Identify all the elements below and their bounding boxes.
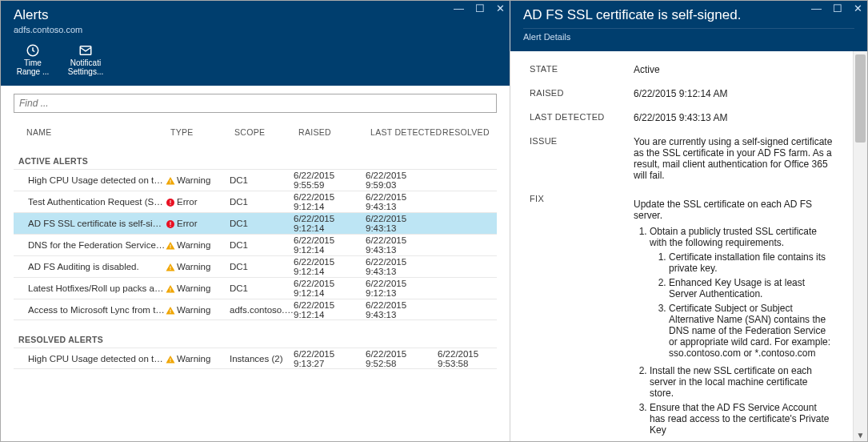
close-icon[interactable]: ✕	[854, 2, 862, 14]
kv-fix: FIX Update the SSL certificate on each A…	[530, 194, 834, 441]
scrollbar[interactable]: ▲ ▼	[853, 51, 867, 441]
cell-name: AD FS Auditing is disabled.	[14, 262, 166, 271]
maximize-icon[interactable]: ☐	[475, 2, 485, 14]
cell-last: 6/22/2015 9:59:03	[366, 171, 438, 190]
minimize-icon[interactable]: —	[454, 2, 464, 14]
svg-rect-19	[170, 361, 171, 362]
search-input[interactable]	[14, 94, 497, 113]
window-controls-left: — ☐ ✕	[454, 2, 505, 14]
col-last[interactable]: LAST DETECTED	[370, 127, 442, 137]
table-header: NAME TYPE SCOPE RAISED LAST DETECTED RES…	[14, 113, 497, 142]
svg-rect-2	[170, 180, 171, 183]
svg-rect-12	[170, 267, 171, 269]
warning-icon	[166, 306, 174, 314]
svg-rect-5	[170, 200, 171, 203]
window-controls-right: — ☐ ✕	[811, 2, 862, 14]
error-icon	[166, 219, 174, 227]
fix-substep: Certificate installation file contains i…	[669, 251, 834, 274]
fix-substep: Certificate Subject or Subject Alternati…	[669, 303, 834, 359]
cell-last: 6/22/2015 9:43:13	[366, 192, 438, 211]
type-text: Warning	[177, 283, 210, 293]
type-text: Error	[177, 219, 198, 228]
type-text: Warning	[177, 305, 210, 315]
col-raised[interactable]: RAISED	[298, 127, 370, 137]
section-active: ACTIVE ALERTS	[14, 142, 497, 169]
alerts-pane: — ☐ ✕ Alerts adfs.contoso.com Time Range…	[1, 1, 510, 441]
clock-icon	[25, 42, 41, 58]
cell-name: AD FS SSL certificate is self-signed.	[14, 219, 166, 228]
warning-icon	[166, 284, 174, 292]
col-resolved[interactable]: RESOLVED	[442, 127, 492, 137]
cell-name: Access to Microsoft Lync from the extra…	[14, 305, 166, 315]
details-subtitle: Alert Details	[523, 28, 854, 42]
col-type[interactable]: TYPE	[170, 127, 234, 137]
kv-issue-label: ISSUE	[530, 136, 634, 146]
cell-last: 6/22/2015 9:43:13	[366, 300, 438, 319]
kv-state: STATE Active	[530, 64, 834, 75]
type-text: Warning	[177, 354, 210, 364]
time-range-button[interactable]: Time Range ...	[14, 42, 52, 76]
type-text: Warning	[177, 175, 210, 185]
scroll-thumb[interactable]	[855, 54, 866, 143]
table-row[interactable]: Latest Hotfixes/Roll up packs are not in…	[14, 277, 497, 299]
scroll-down-icon[interactable]: ▼	[854, 428, 867, 441]
cell-scope: DC1	[230, 283, 294, 293]
kv-raised-label: RAISED	[530, 88, 634, 98]
table-row[interactable]: DNS for the Federation Service may be…Wa…	[14, 234, 497, 255]
minimize-icon[interactable]: —	[811, 2, 822, 14]
cell-resolved: 6/22/2015 9:53:58	[438, 349, 497, 368]
toolbar-label: Notificati Settings...	[66, 58, 105, 76]
cell-type: Warning	[166, 354, 230, 364]
kv-issue-value: You are currently using a self-signed ce…	[634, 136, 834, 181]
warning-icon	[166, 263, 174, 271]
cell-last: 6/22/2015 9:43:13	[366, 214, 438, 233]
kv-last-label: LAST DETECTED	[530, 112, 634, 122]
fix-step: Install the new SSL certificate on each …	[650, 365, 834, 399]
warning-icon	[166, 355, 174, 363]
cell-name: Latest Hotfixes/Roll up packs are not in…	[14, 283, 166, 293]
blade-subtitle: adfs.contoso.com	[14, 25, 497, 34]
col-scope[interactable]: SCOPE	[234, 127, 298, 137]
svg-rect-6	[170, 204, 171, 205]
cell-raised: 6/22/2015 9:12:14	[294, 214, 366, 233]
table-row[interactable]: Test Authentication Request (Synthetic…E…	[14, 191, 497, 212]
svg-rect-14	[170, 288, 171, 291]
kv-raised: RAISED 6/22/2015 9:12:14 AM	[530, 88, 834, 99]
alerts-body: NAME TYPE SCOPE RAISED LAST DETECTED RES…	[1, 86, 510, 441]
cell-last: 6/22/2015 9:52:58	[366, 349, 438, 368]
table-row[interactable]: AD FS Auditing is disabled.WarningDC16/2…	[14, 255, 497, 277]
table-row[interactable]: Access to Microsoft Lync from the extra……	[14, 299, 497, 320]
svg-rect-10	[170, 245, 171, 247]
close-icon[interactable]: ✕	[496, 2, 505, 14]
details-title: AD FS SSL certificate is self-signed.	[523, 7, 854, 23]
toolbar: Time Range ...Notificati Settings...	[14, 34, 497, 76]
details-pane: — ☐ ✕ AD FS SSL certificate is self-sign…	[510, 1, 867, 441]
kv-state-label: STATE	[530, 64, 634, 74]
fix-substeps: Certificate installation file contains i…	[650, 251, 834, 359]
blade-title: Alerts	[14, 7, 497, 23]
table-row[interactable]: AD FS SSL certificate is self-signed.Err…	[14, 212, 497, 234]
cell-raised: 6/22/2015 9:12:14	[294, 300, 366, 319]
col-name[interactable]: NAME	[18, 127, 170, 137]
table-row[interactable]: High CPU Usage detected on the Feder...W…	[14, 169, 497, 191]
kv-fix-label: FIX	[530, 194, 634, 203]
kv-issue: ISSUE You are currently using a self-sig…	[530, 136, 834, 181]
type-text: Warning	[177, 262, 210, 271]
mail-icon	[78, 42, 94, 58]
cell-type: Warning	[166, 240, 230, 250]
cell-raised: 6/22/2015 9:55:59	[294, 171, 366, 190]
cell-raised: 6/22/2015 9:12:14	[294, 279, 366, 298]
active-alerts-list: High CPU Usage detected on the Feder...W…	[14, 169, 497, 320]
cell-name: Test Authentication Request (Synthetic…	[14, 197, 166, 207]
cell-scope: adfs.contoso.com	[230, 305, 294, 315]
cell-raised: 6/22/2015 9:12:14	[294, 235, 366, 255]
kv-state-value: Active	[634, 64, 834, 75]
cell-name: High CPU Usage detected on the Feder...	[14, 175, 166, 185]
cell-type: Error	[166, 219, 230, 228]
kv-fix-value: Update the SSL certificate on each AD FS…	[634, 194, 834, 441]
kv-last-value: 6/22/2015 9:43:13 AM	[634, 112, 834, 123]
maximize-icon[interactable]: ☐	[833, 2, 842, 14]
table-row[interactable]: High CPU Usage detected on the Feder...W…	[14, 348, 497, 369]
warning-icon	[166, 176, 174, 184]
notification-settings-button[interactable]: Notificati Settings...	[66, 42, 105, 76]
